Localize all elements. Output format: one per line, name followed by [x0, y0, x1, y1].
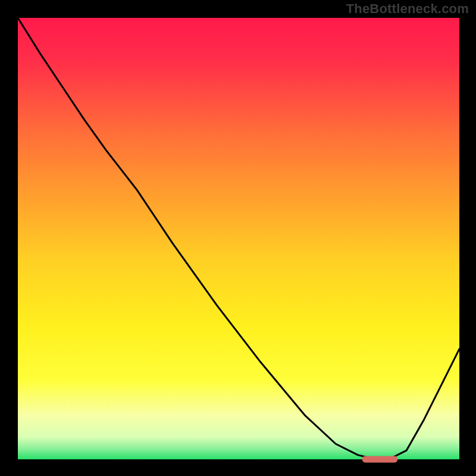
optimum-marker [362, 456, 397, 463]
plot-area [18, 18, 459, 459]
chart-svg [0, 0, 476, 476]
watermark-text: TheBottleneck.com [346, 1, 469, 17]
chart-container: TheBottleneck.com [0, 0, 476, 476]
